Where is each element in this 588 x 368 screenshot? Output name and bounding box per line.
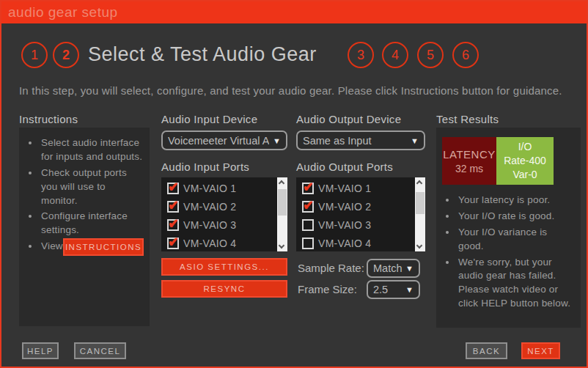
test-result-item: Your I/O rate is good. (457, 210, 575, 224)
port-label: VM-VAIO 1 (183, 183, 236, 194)
sample-rate-select[interactable]: Match ▼ (367, 259, 420, 278)
latency-value: 32 ms (455, 163, 483, 174)
test-results-list: Your latency is poor. Your I/O rate is g… (436, 185, 581, 313)
io-variance: Var-0 (512, 168, 537, 182)
step-indicator-1: 1 (21, 42, 48, 68)
audio-input-device-label: Audio Input Device (161, 113, 257, 125)
audio-input-ports-list: VM-VAIO 1 VM-VAIO 2 VM-VAIO 3 VM-VAIO 4 (161, 177, 287, 251)
port-label: VM-VAIO 2 (318, 201, 371, 213)
port-label: VM-VAIO 3 (183, 219, 236, 231)
list-item: VM-VAIO 2 (167, 197, 287, 216)
checkbox[interactable] (302, 201, 314, 213)
checkbox[interactable] (167, 201, 179, 213)
latency-status-badge: LATENCY 32 ms (442, 137, 496, 185)
checkbox[interactable] (167, 183, 179, 194)
checkbox[interactable] (302, 183, 314, 194)
asio-settings-button[interactable]: ASIO SETTINGS... (161, 258, 287, 276)
audio-input-device-value: Voicemeeter Virtual A (168, 135, 269, 147)
io-title: I/O (518, 140, 532, 154)
audio-output-ports-list: VM-VAIO 1 VM-VAIO 2 VM-VAIO 3 VM-VAIO 4 (296, 177, 425, 251)
audio-input-ports-label: Audio Input Ports (161, 161, 249, 173)
cancel-button[interactable]: CANCEL (74, 342, 126, 359)
list-item: VM-VAIO 2 (302, 197, 425, 216)
window-title: audio gear setup (8, 4, 118, 20)
step-indicator-5: 5 (417, 42, 444, 68)
audio-output-device-label: Audio Output Device (296, 113, 401, 125)
sample-rate-value: Match (373, 262, 403, 274)
list-item: VM-VAIO 3 (167, 216, 287, 234)
instruction-item: Select audio interface for inputs and ou… (40, 136, 144, 164)
list-item: VM-VAIO 1 (302, 179, 425, 197)
frame-size-value: 2.5 (373, 284, 388, 295)
scroll-down-icon[interactable] (416, 243, 422, 249)
instructions-panel: Select audio interface for inputs and ou… (19, 128, 150, 326)
step-description: In this step, you will select, configure… (19, 84, 562, 97)
checkbox[interactable] (167, 219, 179, 231)
instructions-button[interactable]: INSTRUCTIONS (63, 238, 144, 256)
audio-output-device-value: Same as Input (303, 135, 372, 147)
audio-output-device-select[interactable]: Same as Input ▼ (296, 130, 425, 150)
test-result-item: We're sorry, but your audio gear has fai… (457, 256, 575, 312)
chevron-down-icon: ▼ (411, 136, 419, 145)
test-result-item: Your latency is poor. (457, 194, 575, 207)
port-label: VM-VAIO 1 (318, 183, 371, 194)
window-titlebar: audio gear setup (1, 1, 587, 23)
chevron-down-icon: ▼ (405, 285, 414, 294)
latency-title: LATENCY (443, 148, 496, 161)
step-indicator-6: 6 (452, 42, 479, 68)
help-button[interactable]: HELP (22, 342, 59, 359)
sample-rate-label: Sample Rate: (298, 262, 364, 274)
instructions-label: Instructions (19, 113, 78, 125)
instruction-item: Check output ports you will use to monit… (40, 166, 144, 208)
instructions-list: Select audio interface for inputs and ou… (19, 128, 150, 254)
frame-size-label: Frame Size: (298, 283, 357, 295)
checkbox[interactable] (167, 238, 179, 249)
next-button[interactable]: NEXT (521, 342, 560, 359)
scroll-up-icon[interactable] (279, 180, 284, 186)
back-button[interactable]: BACK (466, 342, 507, 359)
list-item: VM-VAIO 1 (167, 179, 287, 197)
list-item: VM-VAIO 4 (167, 234, 287, 252)
scrollbar[interactable] (277, 177, 287, 251)
step-number: 2 (62, 48, 70, 63)
step-number: 3 (357, 48, 364, 63)
chevron-down-icon: ▼ (273, 136, 281, 145)
scrollbar-thumb[interactable] (416, 192, 425, 214)
scroll-down-icon[interactable] (279, 243, 284, 249)
scroll-up-icon[interactable] (416, 180, 422, 186)
step-number: 4 (392, 48, 399, 63)
checkbox[interactable] (302, 219, 314, 231)
test-results-label: Test Results (436, 113, 499, 125)
step-number: 1 (31, 48, 38, 63)
chevron-down-icon: ▼ (405, 264, 414, 273)
port-label: VM-VAIO 4 (318, 238, 371, 249)
step-indicator-2: 2 (53, 42, 79, 68)
audio-input-device-select[interactable]: Voicemeeter Virtual A ▼ (161, 130, 287, 150)
frame-size-select[interactable]: 2.5 ▼ (367, 280, 420, 299)
instruction-item: Configure interface settings. (40, 210, 144, 238)
io-status-badge: I/O Rate-400 Var-0 (496, 137, 554, 185)
list-item: VM-VAIO 3 (302, 216, 425, 234)
page-title: Select & Test Audio Gear (88, 43, 317, 66)
audio-gear-setup-window: audio gear setup 1 2 Select & Test Audio… (0, 0, 588, 368)
port-label: VM-VAIO 2 (183, 201, 236, 213)
resync-button[interactable]: RESYNC (161, 280, 287, 298)
checkbox[interactable] (302, 238, 314, 249)
step-indicator-4: 4 (382, 42, 408, 68)
io-rate: Rate-400 (504, 154, 546, 168)
scrollbar[interactable] (415, 177, 425, 251)
audio-output-ports-label: Audio Output Ports (296, 161, 393, 173)
list-item: VM-VAIO 4 (302, 234, 425, 252)
scrollbar-thumb[interactable] (278, 189, 287, 216)
test-results-panel: LATENCY 32 ms I/O Rate-400 Var-0 Your la… (436, 128, 581, 328)
step-number: 6 (462, 48, 469, 63)
port-label: VM-VAIO 4 (183, 238, 236, 249)
test-result-item: Your I/O variance is good. (457, 226, 575, 254)
step-indicator-3: 3 (348, 42, 374, 68)
step-number: 5 (427, 48, 434, 63)
port-label: VM-VAIO 3 (318, 219, 371, 231)
